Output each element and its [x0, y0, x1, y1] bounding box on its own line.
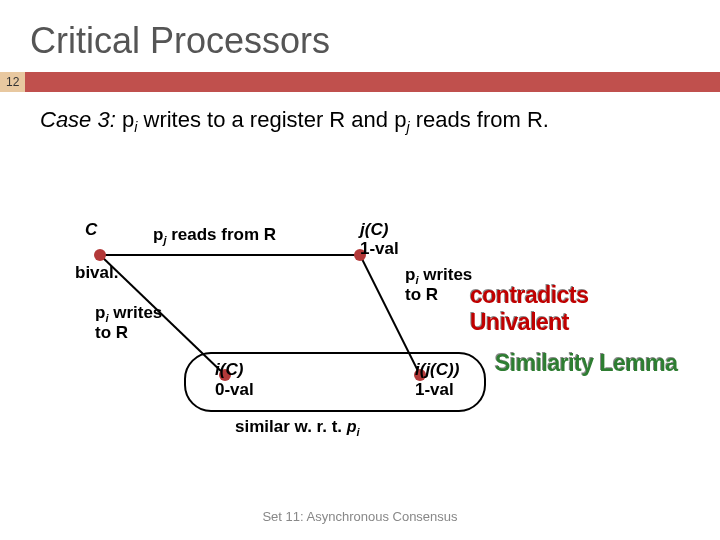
label-pj-reads: pj reads from R [153, 225, 276, 246]
pi-r-tail: writes [418, 265, 472, 284]
case-3-text: Case 3: pi writes to a register R and pj… [0, 92, 720, 147]
label-bival: bival. [75, 263, 118, 283]
label-1val-top: 1-val [360, 239, 399, 259]
label-pi-writes-l: pi writes [95, 303, 162, 324]
label-pi-writes-r: pi writes [405, 265, 472, 286]
label-toR-l: to R [95, 323, 128, 343]
node-c [94, 249, 106, 261]
wordart-similarity: Similarity Lemma [495, 350, 677, 377]
pi-l: p [95, 303, 105, 322]
page-number: 12 [0, 72, 25, 92]
diagram: C bival. pj reads from R j(C) 1-val pi w… [60, 195, 680, 475]
similar-a: similar w. r. t. [235, 417, 347, 436]
pi-a: p [122, 107, 134, 132]
pi-r: p [405, 265, 415, 284]
case-prefix: Case 3: [40, 107, 122, 132]
similar-b: p [347, 418, 357, 435]
label-c: C [85, 220, 97, 240]
mid: writes to a register R and p [137, 107, 406, 132]
label-jc: j(C) [360, 220, 388, 240]
label-1val-bot: 1-val [415, 380, 454, 400]
label-ijc: i(j(C)) [415, 360, 459, 380]
slide-title: Critical Processors [0, 0, 720, 72]
label-ic: i(C) [215, 360, 243, 380]
wordart-contradicts: contradicts Univalent [470, 282, 680, 336]
pj: p [153, 225, 163, 244]
pj-tail: reads from R [166, 225, 276, 244]
label-similar: similar w. r. t. pi [235, 417, 360, 438]
similar-sub: i [357, 426, 360, 438]
page-bar: 12 [0, 72, 720, 92]
tail: reads from R. [410, 107, 549, 132]
label-0val: 0-val [215, 380, 254, 400]
pi-l-tail: writes [108, 303, 162, 322]
slide-footer: Set 11: Asynchronous Consensus [0, 509, 720, 524]
label-toR-r: to R [405, 285, 438, 305]
